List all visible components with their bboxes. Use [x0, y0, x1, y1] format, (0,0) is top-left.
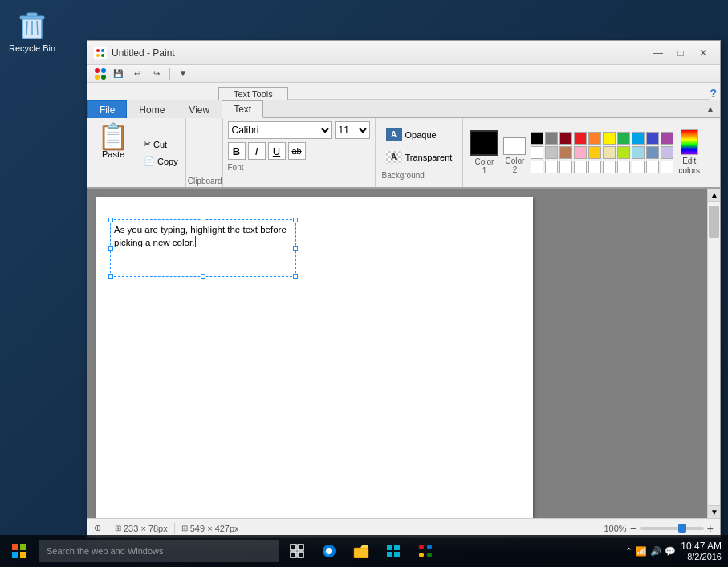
scroll-down-btn[interactable]: ▼: [708, 505, 720, 518]
color-cell-purple[interactable]: [661, 132, 673, 145]
handle-tl[interactable]: [108, 218, 113, 222]
color-cell-r3-10[interactable]: [661, 161, 673, 173]
color-cell-green[interactable]: [617, 132, 630, 145]
color-cell-r3-4[interactable]: [574, 161, 587, 173]
transparent-button[interactable]: A Transparent: [382, 149, 457, 166]
save-quick-btn[interactable]: 💾: [110, 67, 126, 81]
maximize-button[interactable]: □: [670, 45, 691, 61]
tab-home[interactable]: Home: [127, 100, 177, 118]
color-cell-r3-5[interactable]: [588, 161, 601, 173]
color-cell-darkred[interactable]: [559, 132, 572, 145]
color-cell-r3-9[interactable]: [646, 161, 659, 173]
color-cell-pink[interactable]: [574, 146, 587, 159]
paste-button[interactable]: 📋 Paste: [91, 121, 136, 184]
close-button[interactable]: ✕: [693, 45, 714, 61]
cut-button[interactable]: ✂ Cut: [140, 137, 182, 151]
canvas-scroll-area[interactable]: As you are typing, highlight the text be…: [87, 189, 707, 518]
color-cell-r3-3[interactable]: [559, 161, 572, 173]
redo-quick-btn[interactable]: ↪: [148, 67, 165, 81]
handle-br[interactable]: [293, 274, 298, 279]
zoom-thumb[interactable]: [678, 524, 686, 533]
ribbon-help-btn[interactable]: ?: [710, 87, 720, 100]
scroll-up-btn[interactable]: ▲: [708, 189, 720, 202]
handle-ml[interactable]: [108, 246, 113, 251]
color1-box[interactable]: [470, 130, 498, 156]
font-size-select[interactable]: 11: [335, 121, 370, 139]
underline-button[interactable]: U: [268, 142, 286, 160]
color-cell-black[interactable]: [531, 132, 543, 145]
cut-icon: ✂: [144, 139, 151, 149]
ribbon-collapse-btn[interactable]: ▲: [701, 100, 720, 118]
undo-quick-btn[interactable]: ↩: [129, 67, 145, 81]
scroll-thumb[interactable]: [709, 206, 719, 238]
italic-button[interactable]: I: [248, 142, 266, 160]
handle-mr[interactable]: [293, 246, 298, 251]
color-cell-orange[interactable]: [588, 132, 601, 145]
edge-btn[interactable]: [315, 536, 344, 565]
taskbar: Search the web and Windows: [0, 535, 728, 567]
svg-point-29: [427, 545, 432, 549]
copy-button[interactable]: 📄 Copy: [140, 154, 182, 168]
paint-taskbar-btn[interactable]: [411, 536, 440, 565]
strikethrough-button[interactable]: ab: [288, 142, 306, 160]
font-family-select[interactable]: Calibri: [228, 121, 332, 139]
color-cell-r3-7[interactable]: [617, 161, 630, 173]
speaker-icon[interactable]: 🔊: [650, 546, 661, 557]
handle-tr[interactable]: [293, 218, 298, 222]
minimize-button[interactable]: —: [648, 45, 669, 61]
handle-bm[interactable]: [201, 274, 205, 279]
svg-point-31: [427, 553, 432, 557]
explorer-icon: [353, 544, 369, 558]
color-cell-cream[interactable]: [603, 146, 616, 159]
zoom-slider[interactable]: [640, 527, 704, 530]
chevron-up-icon[interactable]: ⌃: [625, 546, 632, 557]
color-cell-white[interactable]: [531, 146, 543, 159]
vertical-scrollbar[interactable]: ▲ ▼: [707, 189, 720, 518]
store-btn[interactable]: [379, 536, 408, 565]
color2-num: 2: [513, 165, 518, 174]
explorer-btn[interactable]: [347, 536, 376, 565]
color-cell-gold[interactable]: [588, 146, 601, 159]
handle-tm[interactable]: [201, 218, 205, 222]
rainbow-swatch[interactable]: [681, 129, 698, 155]
clock[interactable]: 10:47 AM 8/2/2016: [681, 540, 722, 561]
color-cell-r3-6[interactable]: [603, 161, 616, 173]
opaque-button[interactable]: A Opaque: [382, 126, 457, 144]
color-cell-gray[interactable]: [545, 132, 558, 145]
color-cell-steelblue[interactable]: [646, 146, 659, 159]
color-cell-r3-8[interactable]: [632, 161, 645, 173]
canvas-text[interactable]: As you are typing, highlight the text be…: [111, 220, 295, 276]
handle-bl[interactable]: [108, 274, 113, 279]
color-cell-r3-1[interactable]: [531, 161, 543, 173]
tab-text[interactable]: Text: [222, 100, 263, 118]
paint-window: Untitled - Paint — □ ✕ 💾 ↩ ↪ ▼: [87, 40, 721, 538]
color-cell-lavender[interactable]: [661, 146, 673, 159]
color-cell-blue[interactable]: [646, 132, 659, 145]
color-cell-lightgray[interactable]: [545, 146, 558, 159]
color2-box[interactable]: [503, 137, 526, 155]
tab-file[interactable]: File: [87, 100, 127, 118]
tab-view[interactable]: View: [177, 100, 222, 118]
paint-canvas[interactable]: As you are typing, highlight the text be…: [96, 197, 533, 518]
color-cell-yellow[interactable]: [603, 132, 616, 145]
color-cell-lime[interactable]: [617, 146, 630, 159]
notification-icon[interactable]: 💬: [665, 546, 676, 557]
text-box[interactable]: As you are typing, highlight the text be…: [110, 219, 296, 277]
edit-colors-button[interactable]: Editcolors: [678, 157, 700, 176]
zoom-minus-btn[interactable]: −: [630, 522, 636, 535]
network-icon[interactable]: 📶: [636, 546, 647, 557]
add-button[interactable]: ⊕: [94, 523, 101, 533]
color-cell-cyan[interactable]: [632, 132, 645, 145]
qa-dropdown[interactable]: ▼: [175, 67, 191, 81]
zoom-plus-btn[interactable]: +: [707, 522, 714, 535]
task-view-btn[interactable]: [283, 536, 311, 565]
color-cell-red[interactable]: [574, 132, 587, 145]
recycle-bin[interactable]: Recycle Bin: [8, 8, 56, 53]
opaque-icon: A: [386, 128, 402, 141]
start-button[interactable]: [3, 535, 35, 567]
search-bar[interactable]: Search the web and Windows: [39, 540, 279, 562]
color-cell-lightblue[interactable]: [632, 146, 645, 159]
bold-button[interactable]: B: [228, 142, 246, 160]
color-cell-brown[interactable]: [559, 146, 572, 159]
color-cell-r3-2[interactable]: [545, 161, 558, 173]
